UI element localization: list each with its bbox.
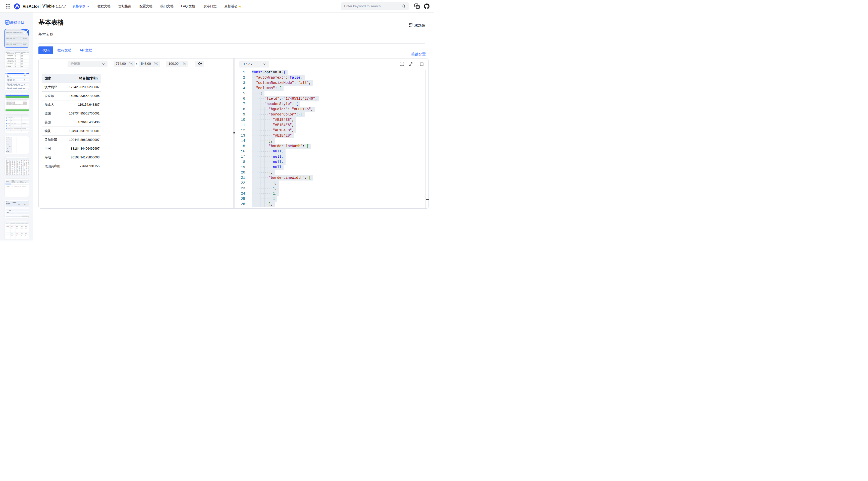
svg-text:文: 文 — [417, 6, 419, 8]
